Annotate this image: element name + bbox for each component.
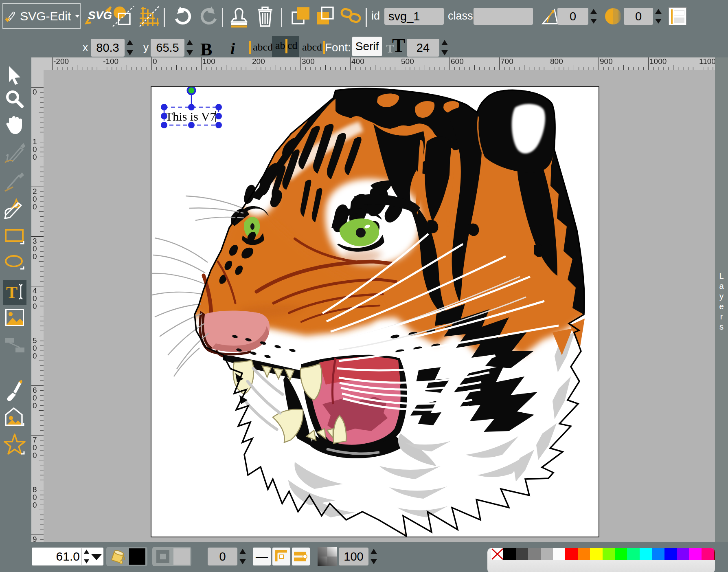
svg-text:This is V7: This is V7 [165,110,216,123]
